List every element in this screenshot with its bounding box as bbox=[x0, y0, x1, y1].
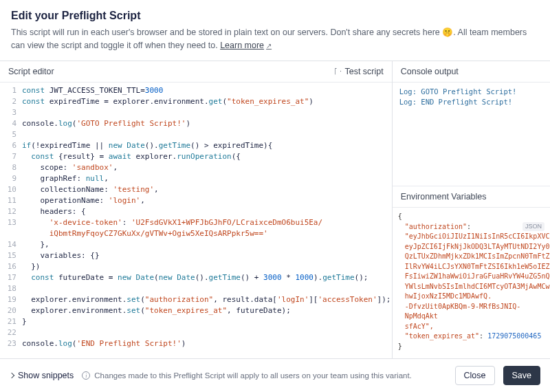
code-line: const expiredTime = explorer.environment… bbox=[22, 96, 392, 107]
env-value-line: QzLTUxZDhmMjkxZDk1MCIsImZpcnN0TmFtZS bbox=[398, 252, 544, 262]
side-pane: Console output Log: GOTO Preflight Scrip… bbox=[393, 61, 550, 359]
desc-text-a: This script will run in each user's brow… bbox=[11, 28, 442, 37]
editor-pane: Script editor Test script 1const JWT_ACC… bbox=[0, 61, 393, 359]
console-output-header: Console output bbox=[393, 61, 550, 83]
line-number: 16 bbox=[0, 261, 22, 272]
line-number: 20 bbox=[0, 305, 22, 316]
line-number: 10 bbox=[0, 184, 22, 195]
save-button[interactable]: Save bbox=[503, 366, 541, 385]
code-line: operationName: 'login', bbox=[22, 195, 392, 206]
code-line: console.log('GOTO Preflight Script!') bbox=[22, 118, 392, 129]
line-number: 12 bbox=[0, 206, 22, 217]
line-number: 3 bbox=[0, 107, 22, 118]
code-line: 'x-device-token': 'U2FsdGVkX1+WPFJbGJhFO… bbox=[22, 217, 392, 228]
code-editor[interactable]: 1const JWT_ACCESS_TOKEN_TTL=3000 2const … bbox=[0, 83, 392, 359]
line-number: 15 bbox=[0, 250, 22, 261]
info-icon: i bbox=[82, 371, 90, 380]
line-number: 22 bbox=[0, 327, 22, 338]
line-number: 13 bbox=[0, 217, 22, 228]
line-number: 17 bbox=[0, 272, 22, 283]
code-line: iQbmtRmyFqoyCZ7GKuXx/gVTWv+Ogiw5XeIQsARP… bbox=[22, 228, 392, 239]
line-number: 23 bbox=[0, 338, 22, 349]
console-line: Log: GOTO Preflight Script! bbox=[399, 87, 543, 97]
code-line: variables: {} bbox=[22, 250, 392, 261]
line-number: 18 bbox=[0, 283, 22, 294]
code-line: scope: 'sandbox', bbox=[22, 162, 392, 173]
env-key-token-expires: "token_expires_at" bbox=[405, 332, 479, 340]
content-panes: Script editor Test script 1const JWT_ACC… bbox=[0, 61, 550, 359]
env-value-line: hwIjoxNzI5MDc1MDAwfQ. bbox=[398, 292, 544, 302]
line-number: 4 bbox=[0, 118, 22, 129]
show-snippets-label: Show snippets bbox=[18, 371, 74, 380]
env-value-line: IlRvYW4iLCJsYXN0TmFtZSI6Ikh1eW5oIEZS bbox=[398, 262, 544, 272]
line-number: 14 bbox=[0, 239, 22, 250]
console-line: Log: END Preflight Script! bbox=[399, 97, 543, 107]
code-line: }, bbox=[22, 239, 392, 250]
external-link-icon: ↗ bbox=[266, 41, 272, 51]
show-snippets-button[interactable]: Show snippets bbox=[10, 371, 74, 380]
code-line: const {result} = await explorer.runOpera… bbox=[22, 151, 392, 162]
line-number: 21 bbox=[0, 316, 22, 327]
code-line: collectionName: 'testing', bbox=[22, 184, 392, 195]
line-number: 1 bbox=[0, 85, 22, 96]
dialog-title: Edit your Preflight Script bbox=[11, 10, 539, 22]
line-number: 9 bbox=[0, 173, 22, 184]
code-line: }) bbox=[22, 261, 392, 272]
line-number: 2 bbox=[0, 96, 22, 107]
editor-title: Script editor bbox=[8, 67, 54, 76]
chevron-right-icon bbox=[9, 373, 14, 378]
code-line: graphRef: null, bbox=[22, 173, 392, 184]
line-number: 8 bbox=[0, 162, 22, 173]
code-line: const JWT_ACCESS_TOKEN_TTL=3000 bbox=[22, 85, 392, 96]
env-value-line: -DfvzUit0ApKBQm-9-MRfBsJNIQ-NpMdqAkt bbox=[398, 302, 544, 322]
env-key-authorization: "authorization" bbox=[405, 223, 467, 230]
line-number: 6 bbox=[0, 140, 22, 151]
console-output: Log: GOTO Preflight Script! Log: END Pre… bbox=[393, 83, 550, 111]
line-number: 11 bbox=[0, 195, 22, 206]
code-line: } bbox=[22, 316, 392, 327]
footer-note: i Changes made to this Preflight Script … bbox=[82, 371, 446, 380]
code-line: if(!expiredTime || new Date().getTime() … bbox=[22, 140, 392, 151]
learn-more-link[interactable]: Learn more ↗ bbox=[220, 39, 272, 52]
secret-emoji-icon: 🤫 bbox=[442, 28, 453, 37]
code-line: explorer.environment.set("authorization"… bbox=[22, 294, 392, 305]
line-number: 5 bbox=[0, 129, 22, 140]
line-number: 7 bbox=[0, 151, 22, 162]
editor-header: Script editor Test script bbox=[0, 61, 392, 83]
code-line: headers: { bbox=[22, 206, 392, 217]
env-value-token-expires: 1729075000465 bbox=[487, 332, 541, 340]
code-line: console.log('END Preflight Script!') bbox=[22, 338, 392, 349]
dialog-description: This script will run in each user's brow… bbox=[11, 26, 539, 52]
env-value-line: FsIiwiZW1haWwiOiJraGFuaHRvYW4uZG5nQG bbox=[398, 272, 544, 282]
learn-more-label: Learn more bbox=[220, 39, 264, 52]
test-script-label: Test script bbox=[344, 67, 383, 76]
env-value-line: eyJpZCI6IjFkNjJkODQ3LTAyMTUtNDI2Yy05 bbox=[398, 242, 544, 252]
env-vars-header: Environment Variables bbox=[393, 186, 550, 208]
env-value-line: YWlsLmNvbSIsImlhdCI6MTcyOTA3MjAwMCwi bbox=[398, 282, 544, 292]
code-line: explorer.environment.set("token_expires_… bbox=[22, 305, 392, 316]
footer-note-text: Changes made to this Preflight Script wi… bbox=[94, 371, 412, 380]
env-vars-body: { "authorization": JSON "eyJhbGciOiJIUzI… bbox=[393, 208, 550, 358]
dialog-header: Edit your Preflight Script This script w… bbox=[0, 0, 550, 61]
test-script-button[interactable]: Test script bbox=[335, 67, 383, 76]
json-badge: JSON bbox=[522, 222, 544, 231]
play-icon bbox=[335, 68, 341, 75]
dialog-footer: Show snippets i Changes made to this Pre… bbox=[0, 358, 550, 392]
line-number: 19 bbox=[0, 294, 22, 305]
env-value-line: "eyJhbGciOiJIUzI1NiIsInR5cCI6IkpXVCJ bbox=[398, 232, 544, 242]
env-value-line: sfAcY", bbox=[398, 322, 544, 332]
code-line: const futureDate = new Date(new Date().g… bbox=[22, 272, 392, 283]
close-button[interactable]: Close bbox=[455, 366, 495, 385]
